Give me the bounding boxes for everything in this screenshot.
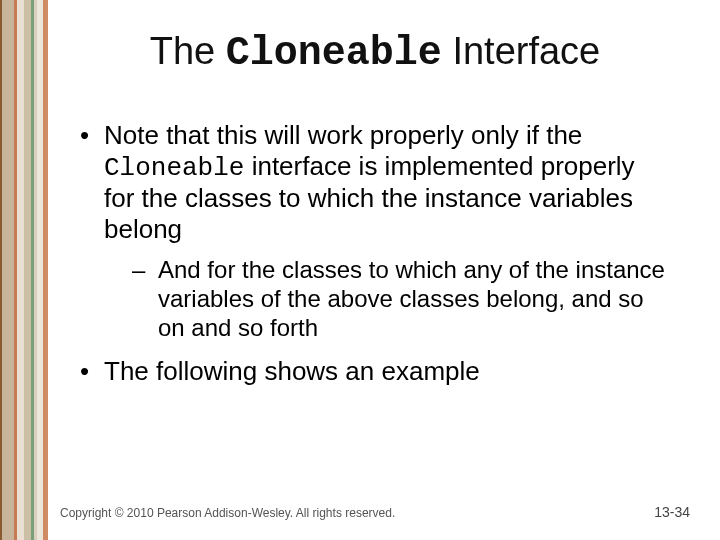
title-suffix: Interface <box>442 30 600 72</box>
sub-bullet-list: And for the classes to which any of the … <box>104 255 670 343</box>
list-item: Note that this will work properly only i… <box>80 120 670 342</box>
bullet-text: Note that this will work properly only i… <box>104 120 582 150</box>
decorative-left-strip <box>0 0 50 540</box>
slide-title: The Cloneable Interface <box>70 30 680 76</box>
bullet-list: Note that this will work properly only i… <box>80 120 670 387</box>
slide: The Cloneable Interface Note that this w… <box>0 0 720 540</box>
bullet-text: The following shows an example <box>104 356 480 386</box>
title-code: Cloneable <box>226 31 442 76</box>
page-number: 13-34 <box>654 504 690 520</box>
list-item: And for the classes to which any of the … <box>132 255 670 343</box>
bullet-code: Cloneable <box>104 153 244 183</box>
title-prefix: The <box>150 30 226 72</box>
list-item: The following shows an example <box>80 356 670 387</box>
slide-body: Note that this will work properly only i… <box>80 120 670 401</box>
sub-bullet-text: And for the classes to which any of the … <box>158 256 665 342</box>
copyright-footer: Copyright © 2010 Pearson Addison-Wesley.… <box>60 506 395 520</box>
